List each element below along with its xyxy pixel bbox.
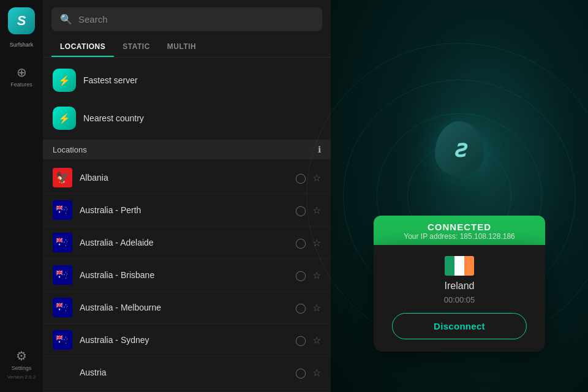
location-actions: ◯ ☆	[295, 302, 321, 314]
list-item[interactable]: Austria ◯ ☆	[43, 356, 331, 389]
location-name: Austria	[80, 368, 288, 377]
location-panel: 🔍 LOCATIONS STATIC MULTIH ⚡ Fastest serv…	[43, 0, 331, 392]
australia-melbourne-flag: 🇦🇺	[53, 298, 72, 317]
right-panel: ƨ CONNECTED Your IP address: 185.108.128…	[331, 0, 588, 392]
connected-status: CONNECTED	[391, 222, 528, 232]
location-name: Australia - Sydney	[80, 335, 288, 345]
connect-btn[interactable]: ◯	[295, 334, 306, 346]
search-input[interactable]	[78, 14, 314, 24]
connect-btn[interactable]: ◯	[295, 172, 306, 184]
version-label: Version 2.6.2	[7, 374, 36, 380]
features-label: Features	[10, 81, 32, 88]
connect-btn[interactable]: ◯	[295, 270, 306, 281]
flag-green	[445, 256, 454, 276]
connection-country: Ireland	[392, 281, 527, 292]
location-name: Australia - Brisbane	[80, 270, 288, 280]
location-name: Albania	[80, 173, 288, 183]
locations-section-header: Locations ℹ	[43, 140, 331, 159]
nearest-country-item[interactable]: ⚡ Nearest country	[43, 99, 331, 137]
australia-brisbane-flag: 🇦🇺	[53, 265, 72, 285]
list-item[interactable]: 🇦🇺 Australia - Brisbane ◯ ☆	[43, 259, 331, 292]
fastest-label: Fastest server	[83, 75, 138, 85]
australia-perth-flag: 🇦🇺	[53, 200, 72, 220]
flag-orange	[464, 256, 474, 276]
connect-btn[interactable]: ◯	[295, 367, 306, 379]
sidebar-item-settings[interactable]: ⚙ Settings Version 2.6.2	[0, 344, 43, 385]
location-name: Australia - Perth	[80, 205, 288, 215]
features-icon: ⊕	[17, 65, 27, 80]
nearest-label: Nearest country	[83, 113, 144, 123]
fastest-icon: ⚡	[53, 69, 76, 92]
location-actions: ◯ ☆	[295, 367, 321, 379]
app-logo[interactable]: S	[8, 7, 35, 34]
sidebar: S Surfshark ⊕ Features ⚙ Settings Versio…	[0, 0, 43, 392]
tabs-bar: LOCATIONS STATIC MULTIH	[43, 37, 331, 58]
list-item[interactable]: 🇦🇺 Australia - Sydney ◯ ☆	[43, 324, 331, 356]
logo-letter: S	[17, 13, 26, 29]
connect-btn[interactable]: ◯	[295, 205, 306, 216]
albania-flag: 🦅	[53, 168, 72, 187]
list-item[interactable]: 🇦🇺 Australia - Adelaide ◯ ☆	[43, 227, 331, 259]
favorite-btn[interactable]: ☆	[312, 270, 321, 281]
ip-address: Your IP address: 185.108.128.186	[391, 232, 528, 241]
location-actions: ◯ ☆	[295, 334, 321, 346]
location-name: Australia - Adelaide	[80, 238, 288, 247]
sidebar-item-features[interactable]: ⊕ Features	[0, 60, 43, 92]
tab-static[interactable]: STATIC	[114, 37, 159, 57]
connection-timer: 00:00:05	[392, 295, 527, 304]
location-list: 🦅 Albania ◯ ☆ 🇦🇺 Australia - Perth ◯ ☆ 🇦…	[43, 162, 331, 392]
app-brand-label: Surfshark	[10, 42, 34, 48]
tab-multih[interactable]: MULTIH	[159, 37, 205, 57]
location-name: Australia - Melbourne	[80, 303, 288, 312]
list-item[interactable]: 🦅 Albania ◯ ☆	[43, 162, 331, 194]
flag-white	[454, 256, 464, 276]
nearest-icon: ⚡	[53, 107, 76, 130]
fastest-server-item[interactable]: ⚡ Fastest server	[43, 61, 331, 99]
australia-sydney-flag: 🇦🇺	[53, 330, 72, 350]
search-icon: 🔍	[60, 13, 72, 25]
list-item[interactable]: 🇦🇺 Australia - Perth ◯ ☆	[43, 194, 331, 227]
search-bar: 🔍	[51, 7, 322, 31]
connection-card: Ireland 00:00:05 Disconnect	[374, 245, 545, 352]
favorite-btn[interactable]: ☆	[312, 334, 321, 346]
favorite-btn[interactable]: ☆	[312, 302, 321, 314]
settings-icon: ⚙	[16, 349, 27, 363]
location-actions: ◯ ☆	[295, 270, 321, 281]
center-logo-letter: ƨ	[453, 135, 466, 162]
australia-adelaide-flag: 🇦🇺	[53, 233, 72, 252]
tab-locations[interactable]: LOCATIONS	[51, 37, 114, 57]
ireland-flag	[445, 256, 474, 276]
locations-section-label: Locations	[53, 145, 87, 154]
connect-btn[interactable]: ◯	[295, 302, 306, 314]
austria-flag	[53, 363, 72, 382]
settings-label: Settings	[12, 365, 32, 371]
favorite-btn[interactable]: ☆	[312, 367, 321, 379]
connected-banner: CONNECTED Your IP address: 185.108.128.1…	[374, 216, 545, 247]
list-item[interactable]: 🇦🇺 Australia - Melbourne ◯ ☆	[43, 292, 331, 324]
disconnect-button[interactable]: Disconnect	[392, 313, 527, 339]
connect-btn[interactable]: ◯	[295, 237, 306, 249]
